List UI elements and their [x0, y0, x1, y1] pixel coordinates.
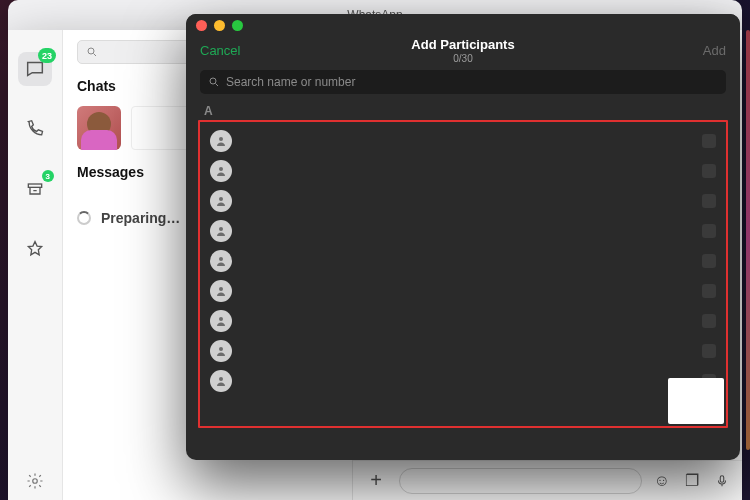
contact-avatar-icon: [210, 310, 232, 332]
spinner-icon: [77, 211, 91, 225]
svg-point-11: [219, 317, 223, 321]
rail-starred[interactable]: [18, 232, 52, 266]
contact-avatar-icon: [210, 130, 232, 152]
modal-search-placeholder: Search name or number: [226, 75, 355, 89]
contact-row[interactable]: [204, 276, 722, 306]
svg-point-5: [219, 137, 223, 141]
traffic-light-zoom[interactable]: [232, 20, 243, 31]
loading-text: Preparing…: [101, 210, 180, 226]
highlighted-contact-area: [198, 120, 728, 428]
contact-avatar-icon: [210, 220, 232, 242]
contact-avatar-icon: [210, 250, 232, 272]
svg-point-2: [88, 48, 94, 54]
contact-avatar-icon: [210, 340, 232, 362]
attach-button[interactable]: +: [363, 468, 389, 494]
contact-row[interactable]: [204, 306, 722, 336]
contact-checkbox[interactable]: [702, 314, 716, 328]
contact-list: A: [186, 100, 740, 460]
add-button[interactable]: Add: [703, 43, 726, 58]
contact-row[interactable]: [204, 156, 722, 186]
contact-row[interactable]: [204, 186, 722, 216]
contact-avatar-icon: [210, 160, 232, 182]
svg-point-7: [219, 197, 223, 201]
contact-row[interactable]: [204, 216, 722, 246]
contact-row[interactable]: [204, 336, 722, 366]
contact-row[interactable]: [204, 126, 722, 156]
emoji-icon[interactable]: ☺: [652, 471, 672, 491]
contact-row[interactable]: [204, 366, 722, 396]
svg-point-12: [219, 347, 223, 351]
svg-point-6: [219, 167, 223, 171]
contact-checkbox[interactable]: [702, 134, 716, 148]
modal-titlebar: [186, 14, 740, 36]
contact-avatar-icon: [210, 190, 232, 212]
search-icon: [208, 76, 220, 88]
rail-archive[interactable]: 3: [18, 172, 52, 206]
traffic-light-minimize[interactable]: [214, 20, 225, 31]
contact-row[interactable]: [204, 246, 722, 276]
section-letter: A: [198, 102, 728, 120]
svg-rect-0: [28, 184, 41, 187]
modal-search[interactable]: Search name or number: [200, 70, 726, 94]
modal-header: Cancel Add Participants 0/30 Add: [186, 36, 740, 64]
svg-point-1: [33, 479, 38, 484]
svg-point-9: [219, 257, 223, 261]
archive-icon: [25, 179, 45, 199]
rail-settings[interactable]: [8, 472, 62, 490]
modal-title: Add Participants: [411, 37, 514, 52]
chats-badge: 23: [38, 48, 56, 63]
nav-rail: 23 3: [8, 30, 63, 500]
gear-icon: [26, 472, 44, 490]
contact-avatar-icon: [210, 370, 232, 392]
phone-icon: [25, 119, 45, 139]
add-participants-modal: Cancel Add Participants 0/30 Add Search …: [186, 14, 740, 460]
cancel-button[interactable]: Cancel: [200, 43, 240, 58]
contact-avatar-icon: [210, 280, 232, 302]
contact-checkbox[interactable]: [702, 284, 716, 298]
svg-point-10: [219, 287, 223, 291]
composer: + ☺ ❐: [353, 460, 742, 500]
svg-point-4: [210, 78, 216, 84]
contact-checkbox[interactable]: [702, 194, 716, 208]
rail-chats[interactable]: 23: [18, 52, 52, 86]
right-edge-accent: [746, 30, 750, 450]
modal-subtitle: 0/30: [411, 53, 514, 64]
svg-point-8: [219, 227, 223, 231]
overlay-patch: [668, 378, 724, 424]
avatar: [77, 106, 121, 150]
contact-checkbox[interactable]: [702, 344, 716, 358]
contact-checkbox[interactable]: [702, 254, 716, 268]
svg-point-13: [219, 377, 223, 381]
traffic-light-close[interactable]: [196, 20, 207, 31]
star-icon: [25, 239, 45, 259]
contact-checkbox[interactable]: [702, 164, 716, 178]
message-input[interactable]: [399, 468, 642, 494]
archive-badge: 3: [42, 170, 54, 182]
sticker-icon[interactable]: ❐: [682, 471, 702, 491]
rail-calls[interactable]: [18, 112, 52, 146]
svg-rect-3: [720, 475, 724, 481]
contact-checkbox[interactable]: [702, 224, 716, 238]
search-icon: [86, 46, 98, 58]
mic-icon[interactable]: [712, 471, 732, 491]
